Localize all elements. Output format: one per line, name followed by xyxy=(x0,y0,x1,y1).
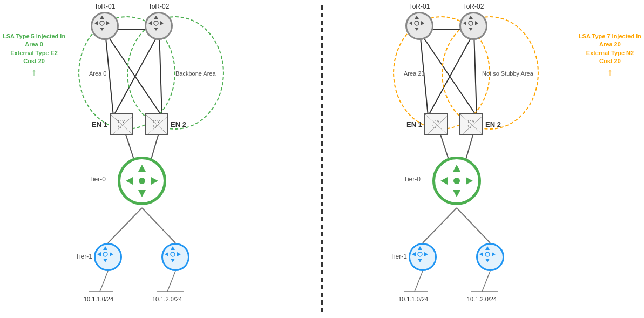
svg-marker-14 xyxy=(100,28,104,31)
svg-marker-58 xyxy=(421,21,424,25)
svg-line-67 xyxy=(460,114,482,134)
svg-point-31 xyxy=(139,178,145,184)
right-annotation: LSA Type 7 Injected in Area 20 External … xyxy=(579,32,641,79)
left-en1-diagonal xyxy=(111,114,132,134)
svg-line-25 xyxy=(146,114,167,134)
left-annotation-line4: Cost 20 xyxy=(23,58,45,64)
svg-point-73 xyxy=(453,178,460,184)
left-tier0-router xyxy=(118,157,166,205)
left-tier1-left-icon xyxy=(94,243,122,271)
svg-marker-70 xyxy=(453,190,460,197)
svg-marker-13 xyxy=(100,16,104,19)
svg-point-83 xyxy=(485,252,490,256)
left-tor02-icon xyxy=(145,12,173,40)
svg-marker-35 xyxy=(110,252,113,256)
left-tor02-arrows xyxy=(146,13,166,33)
left-annotation-arrow: ↑ xyxy=(3,66,65,79)
svg-point-59 xyxy=(415,21,419,25)
left-tier1-left xyxy=(94,243,122,271)
left-tier1-right-icon xyxy=(161,243,189,271)
right-en2-label: EN 2 xyxy=(485,120,501,128)
svg-marker-76 xyxy=(412,252,416,256)
right-tor01-arrows xyxy=(407,13,426,33)
area20-label: Area 20 xyxy=(404,70,425,77)
svg-marker-71 xyxy=(440,177,448,185)
svg-point-17 xyxy=(100,21,104,25)
left-annotation-line2: Area 0 xyxy=(25,41,43,48)
left-en2-diagonal xyxy=(146,114,167,134)
svg-marker-63 xyxy=(475,21,478,25)
left-en2-switch: P V\ / xyxy=(145,113,168,135)
svg-line-4 xyxy=(159,32,162,116)
svg-line-53 xyxy=(482,271,490,292)
right-tor02-icon xyxy=(459,12,487,40)
left-tier0-circle xyxy=(118,157,166,205)
right-subnet2: 10.1.2.0/24 xyxy=(467,296,497,302)
right-en1-box: EN 1 P V\ / xyxy=(406,113,448,135)
svg-line-45 xyxy=(428,32,474,116)
svg-marker-62 xyxy=(463,21,466,25)
right-annotation-line2: Area 20 xyxy=(599,41,621,48)
svg-marker-21 xyxy=(160,21,164,25)
left-tier0-arrows-svg xyxy=(123,162,161,200)
diagram-container: LSA Type 5 injected in Area 0 External T… xyxy=(0,0,644,318)
right-tier1-right xyxy=(476,243,504,271)
right-en1-label: EN 1 xyxy=(406,120,422,128)
svg-marker-30 xyxy=(151,177,158,185)
right-annotation-arrow: ↑ xyxy=(579,66,641,79)
svg-marker-32 xyxy=(103,246,107,250)
svg-line-2 xyxy=(105,32,162,116)
left-tor02-label: ToR-02 xyxy=(148,3,170,10)
svg-marker-79 xyxy=(485,246,490,250)
svg-line-3 xyxy=(113,32,159,116)
right-en2-diagonal xyxy=(460,114,482,134)
svg-marker-74 xyxy=(418,246,422,250)
left-en1-switch: P V\ / xyxy=(110,113,133,135)
right-en2-box: P V\ / EN 2 xyxy=(459,113,501,135)
svg-marker-60 xyxy=(469,16,473,19)
svg-point-36 xyxy=(103,252,107,256)
right-tier1-left xyxy=(409,243,437,271)
right-en1-diagonal xyxy=(425,114,447,134)
right-tier0-label: Tier-0 xyxy=(404,175,421,183)
svg-line-7 xyxy=(108,208,142,243)
svg-marker-77 xyxy=(424,252,428,256)
left-tor02: ToR-02 xyxy=(145,3,173,40)
left-tier1-right xyxy=(161,243,189,271)
svg-line-11 xyxy=(167,271,175,292)
svg-marker-16 xyxy=(106,21,110,25)
left-annotation-line1: LSA Type 5 injected in xyxy=(3,33,65,39)
svg-point-41 xyxy=(171,252,175,256)
svg-marker-61 xyxy=(469,28,473,31)
left-en1-box: EN 1 P V\ / xyxy=(92,113,133,135)
right-en1-switch: P V\ / xyxy=(424,113,448,135)
right-tier1-right-icon xyxy=(476,243,504,271)
right-subnet1: 10.1.1.0/24 xyxy=(398,296,428,302)
svg-line-65 xyxy=(425,114,447,134)
left-panel: LSA Type 5 injected in Area 0 External T… xyxy=(0,0,321,318)
right-tor01-icon xyxy=(405,12,433,40)
svg-marker-69 xyxy=(453,165,460,172)
right-tor02-arrows xyxy=(461,13,480,33)
left-tor01-label: ToR-01 xyxy=(94,3,116,10)
right-tor01: ToR-01 xyxy=(405,3,433,40)
nssa-label: Not so Stubby Area xyxy=(482,70,533,77)
svg-marker-15 xyxy=(94,21,98,25)
svg-marker-39 xyxy=(165,252,168,256)
backbone-label: Backbone Area xyxy=(175,70,216,77)
svg-marker-57 xyxy=(409,21,412,25)
svg-marker-29 xyxy=(126,177,133,185)
svg-marker-72 xyxy=(466,177,473,185)
svg-marker-38 xyxy=(171,259,175,262)
svg-marker-19 xyxy=(154,28,158,31)
right-tier1-left-icon xyxy=(409,243,437,271)
svg-marker-34 xyxy=(97,252,101,256)
svg-marker-27 xyxy=(138,165,146,172)
svg-marker-18 xyxy=(154,16,158,19)
svg-marker-80 xyxy=(485,259,490,262)
right-annotation-line1: LSA Type 7 Injected in xyxy=(579,33,641,39)
left-tier0-label: Tier-0 xyxy=(89,175,106,183)
right-tier1-left-arrows xyxy=(410,245,430,264)
left-subnet2: 10.1.2.0/24 xyxy=(152,296,182,302)
left-tor01-icon xyxy=(91,12,119,40)
